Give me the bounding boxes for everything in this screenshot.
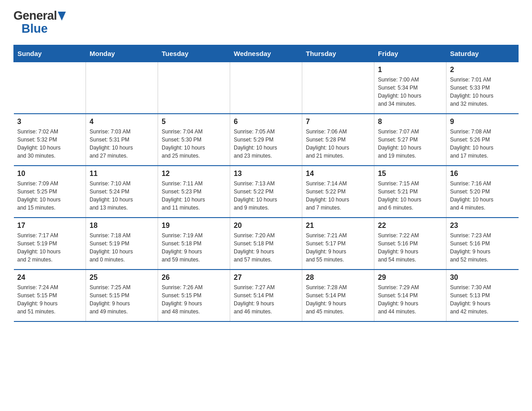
logo-arrow-icon	[58, 12, 66, 22]
day-info: Sunrise: 7:01 AM Sunset: 5:33 PM Dayligh…	[450, 76, 515, 108]
calendar-cell: 9Sunrise: 7:08 AM Sunset: 5:26 PM Daylig…	[446, 114, 519, 166]
day-number: 28	[306, 274, 370, 282]
day-number: 22	[378, 222, 442, 230]
calendar-cell: 21Sunrise: 7:21 AM Sunset: 5:17 PM Dayli…	[302, 218, 374, 270]
day-info: Sunrise: 7:02 AM Sunset: 5:32 PM Dayligh…	[17, 128, 82, 160]
day-info: Sunrise: 7:04 AM Sunset: 5:30 PM Dayligh…	[162, 128, 226, 160]
day-info: Sunrise: 7:26 AM Sunset: 5:15 PM Dayligh…	[162, 283, 226, 316]
svg-marker-0	[58, 12, 66, 21]
day-number: 24	[17, 274, 82, 282]
day-number: 20	[234, 222, 298, 230]
header-thursday: Thursday	[302, 45, 374, 62]
calendar-cell: 13Sunrise: 7:13 AM Sunset: 5:22 PM Dayli…	[230, 166, 302, 218]
day-info: Sunrise: 7:23 AM Sunset: 5:16 PM Dayligh…	[450, 231, 515, 264]
day-number: 25	[90, 274, 154, 282]
day-info: Sunrise: 7:05 AM Sunset: 5:29 PM Dayligh…	[234, 128, 298, 160]
header-sunday: Sunday	[14, 45, 86, 62]
day-number: 13	[234, 170, 298, 178]
day-info: Sunrise: 7:29 AM Sunset: 5:14 PM Dayligh…	[378, 283, 442, 316]
header-wednesday: Wednesday	[230, 45, 302, 62]
day-info: Sunrise: 7:08 AM Sunset: 5:26 PM Dayligh…	[450, 128, 515, 160]
day-info: Sunrise: 7:13 AM Sunset: 5:22 PM Dayligh…	[234, 180, 298, 212]
day-info: Sunrise: 7:25 AM Sunset: 5:15 PM Dayligh…	[90, 283, 154, 316]
calendar-cell: 6Sunrise: 7:05 AM Sunset: 5:29 PM Daylig…	[230, 114, 302, 166]
day-number: 27	[234, 274, 298, 282]
calendar-cell: 30Sunrise: 7:30 AM Sunset: 5:13 PM Dayli…	[446, 270, 519, 321]
calendar-cell: 24Sunrise: 7:24 AM Sunset: 5:15 PM Dayli…	[14, 270, 86, 321]
day-number: 26	[162, 274, 226, 282]
day-info: Sunrise: 7:15 AM Sunset: 5:21 PM Dayligh…	[378, 180, 442, 212]
calendar-cell: 26Sunrise: 7:26 AM Sunset: 5:15 PM Dayli…	[158, 270, 230, 321]
calendar-cell: 29Sunrise: 7:29 AM Sunset: 5:14 PM Dayli…	[374, 270, 446, 321]
calendar-cell: 7Sunrise: 7:06 AM Sunset: 5:28 PM Daylig…	[302, 114, 374, 166]
day-number: 3	[17, 118, 82, 126]
day-info: Sunrise: 7:14 AM Sunset: 5:22 PM Dayligh…	[306, 180, 370, 212]
day-number: 6	[234, 118, 298, 126]
header-monday: Monday	[86, 45, 158, 62]
header-saturday: Saturday	[446, 45, 519, 62]
day-info: Sunrise: 7:21 AM Sunset: 5:17 PM Dayligh…	[306, 231, 370, 264]
day-number: 15	[378, 170, 442, 178]
header: General Blue	[13, 9, 519, 36]
day-info: Sunrise: 7:16 AM Sunset: 5:20 PM Dayligh…	[450, 180, 515, 212]
day-info: Sunrise: 7:18 AM Sunset: 5:19 PM Dayligh…	[90, 231, 154, 264]
day-number: 21	[306, 222, 370, 230]
calendar-cell: 23Sunrise: 7:23 AM Sunset: 5:16 PM Dayli…	[446, 218, 519, 270]
day-info: Sunrise: 7:06 AM Sunset: 5:28 PM Dayligh…	[306, 128, 370, 160]
calendar-cell: 19Sunrise: 7:19 AM Sunset: 5:18 PM Dayli…	[158, 218, 230, 270]
day-number: 9	[450, 118, 515, 126]
header-friday: Friday	[374, 45, 446, 62]
day-number: 8	[378, 118, 442, 126]
day-info: Sunrise: 7:09 AM Sunset: 5:25 PM Dayligh…	[17, 180, 82, 212]
header-tuesday: Tuesday	[158, 45, 230, 62]
calendar-cell	[230, 62, 302, 114]
day-info: Sunrise: 7:00 AM Sunset: 5:34 PM Dayligh…	[378, 76, 442, 108]
day-info: Sunrise: 7:28 AM Sunset: 5:14 PM Dayligh…	[306, 283, 370, 316]
calendar-cell: 25Sunrise: 7:25 AM Sunset: 5:15 PM Dayli…	[86, 270, 158, 321]
day-number: 30	[450, 274, 515, 282]
calendar-cell: 18Sunrise: 7:18 AM Sunset: 5:19 PM Dayli…	[86, 218, 158, 270]
logo-blue-text: Blue	[21, 22, 48, 36]
day-number: 23	[450, 222, 515, 230]
calendar-cell	[302, 62, 374, 114]
day-info: Sunrise: 7:07 AM Sunset: 5:27 PM Dayligh…	[378, 128, 442, 160]
calendar-cell	[158, 62, 230, 114]
calendar-cell: 22Sunrise: 7:22 AM Sunset: 5:16 PM Dayli…	[374, 218, 446, 270]
calendar-cell: 2Sunrise: 7:01 AM Sunset: 5:33 PM Daylig…	[446, 62, 519, 114]
day-info: Sunrise: 7:17 AM Sunset: 5:19 PM Dayligh…	[17, 231, 82, 264]
calendar-cell: 4Sunrise: 7:03 AM Sunset: 5:31 PM Daylig…	[86, 114, 158, 166]
day-info: Sunrise: 7:30 AM Sunset: 5:13 PM Dayligh…	[450, 283, 515, 316]
calendar-week-row: 10Sunrise: 7:09 AM Sunset: 5:25 PM Dayli…	[14, 166, 519, 218]
day-number: 12	[162, 170, 226, 178]
day-number: 5	[162, 118, 226, 126]
calendar-cell: 20Sunrise: 7:20 AM Sunset: 5:18 PM Dayli…	[230, 218, 302, 270]
day-info: Sunrise: 7:27 AM Sunset: 5:14 PM Dayligh…	[234, 283, 298, 316]
calendar-cell: 17Sunrise: 7:17 AM Sunset: 5:19 PM Dayli…	[14, 218, 86, 270]
logo: General Blue	[13, 9, 66, 36]
calendar-cell: 5Sunrise: 7:04 AM Sunset: 5:30 PM Daylig…	[158, 114, 230, 166]
day-info: Sunrise: 7:24 AM Sunset: 5:15 PM Dayligh…	[17, 283, 82, 316]
day-number: 16	[450, 170, 515, 178]
day-number: 14	[306, 170, 370, 178]
calendar-cell: 12Sunrise: 7:11 AM Sunset: 5:23 PM Dayli…	[158, 166, 230, 218]
calendar-cell: 15Sunrise: 7:15 AM Sunset: 5:21 PM Dayli…	[374, 166, 446, 218]
calendar-week-row: 24Sunrise: 7:24 AM Sunset: 5:15 PM Dayli…	[14, 270, 519, 321]
calendar-cell: 10Sunrise: 7:09 AM Sunset: 5:25 PM Dayli…	[14, 166, 86, 218]
day-info: Sunrise: 7:10 AM Sunset: 5:24 PM Dayligh…	[90, 180, 154, 212]
calendar-header-row: SundayMondayTuesdayWednesdayThursdayFrid…	[14, 45, 519, 62]
day-info: Sunrise: 7:11 AM Sunset: 5:23 PM Dayligh…	[162, 180, 226, 212]
day-number: 7	[306, 118, 370, 126]
day-info: Sunrise: 7:03 AM Sunset: 5:31 PM Dayligh…	[90, 128, 154, 160]
calendar-cell: 14Sunrise: 7:14 AM Sunset: 5:22 PM Dayli…	[302, 166, 374, 218]
calendar-week-row: 1Sunrise: 7:00 AM Sunset: 5:34 PM Daylig…	[14, 62, 519, 114]
logo-general-text: General	[13, 9, 57, 23]
day-number: 17	[17, 222, 82, 230]
day-number: 18	[90, 222, 154, 230]
day-number: 19	[162, 222, 226, 230]
day-info: Sunrise: 7:22 AM Sunset: 5:16 PM Dayligh…	[378, 231, 442, 264]
calendar-cell: 8Sunrise: 7:07 AM Sunset: 5:27 PM Daylig…	[374, 114, 446, 166]
day-number: 4	[90, 118, 154, 126]
calendar-table: SundayMondayTuesdayWednesdayThursdayFrid…	[13, 45, 519, 322]
calendar-cell: 28Sunrise: 7:28 AM Sunset: 5:14 PM Dayli…	[302, 270, 374, 321]
calendar-week-row: 3Sunrise: 7:02 AM Sunset: 5:32 PM Daylig…	[14, 114, 519, 166]
